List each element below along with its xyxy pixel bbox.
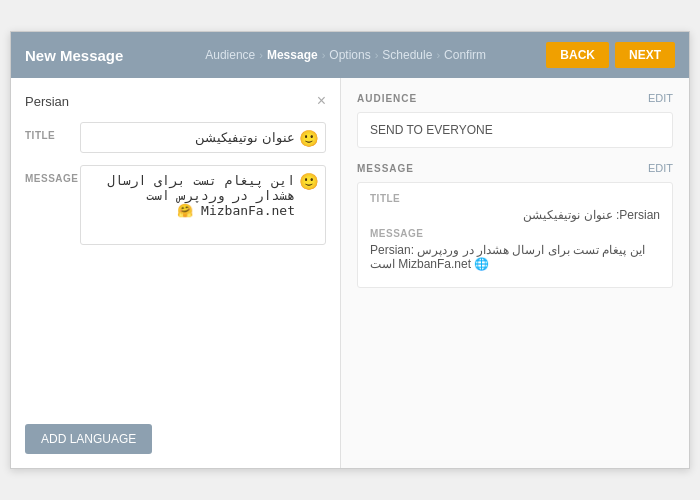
summary-message-label: MESSAGE xyxy=(370,228,660,239)
breadcrumb-confirm: Confirm xyxy=(444,48,486,62)
message-field-label: MESSAGE xyxy=(25,165,80,184)
title-field-label: TITLE xyxy=(25,122,80,141)
title-input-wrap: 🙂 xyxy=(80,122,326,153)
main-content: Persian × TITLE 🙂 MESSAGE این پیغام تست … xyxy=(11,78,689,468)
audience-edit-link[interactable]: EDIT xyxy=(648,92,673,104)
message-section-header: MESSAGE EDIT xyxy=(357,162,673,174)
sep3: › xyxy=(375,49,379,61)
summary-message-value: Persian: این پیغام تست برای ارسال هشدار … xyxy=(370,243,660,271)
title-input[interactable] xyxy=(80,122,326,153)
summary-title-label: TITLE xyxy=(370,193,660,204)
message-textarea[interactable]: این پیغام تست برای ارسال هشدار در وردپرس… xyxy=(80,165,326,245)
back-button[interactable]: BACK xyxy=(546,42,609,68)
breadcrumb-message: Message xyxy=(267,48,318,62)
message-emoji-icon[interactable]: 🙂 xyxy=(299,172,319,191)
breadcrumb: Audience › Message › Options › Schedule … xyxy=(145,48,546,62)
breadcrumb-schedule: Schedule xyxy=(382,48,432,62)
message-edit-link[interactable]: EDIT xyxy=(648,162,673,174)
message-input-wrap: این پیغام تست برای ارسال هشدار در وردپرس… xyxy=(80,165,326,249)
audience-section-box: SEND TO EVERYONE xyxy=(357,112,673,148)
header-buttons: BACK NEXT xyxy=(546,42,675,68)
right-panel: AUDIENCE EDIT SEND TO EVERYONE MESSAGE E… xyxy=(341,78,689,468)
title-field-row: TITLE 🙂 xyxy=(25,122,326,153)
close-button[interactable]: × xyxy=(317,92,326,110)
next-button[interactable]: NEXT xyxy=(615,42,675,68)
page-title: New Message xyxy=(25,47,145,64)
audience-section-header: AUDIENCE EDIT xyxy=(357,92,673,104)
breadcrumb-audience: Audience xyxy=(205,48,255,62)
sep4: › xyxy=(436,49,440,61)
summary-title-value: Persian: عنوان نوتیفیکیشن xyxy=(370,208,660,222)
header: New Message Audience › Message › Options… xyxy=(11,32,689,78)
language-label: Persian xyxy=(25,94,69,109)
left-panel: Persian × TITLE 🙂 MESSAGE این پیغام تست … xyxy=(11,78,341,468)
message-section-title: MESSAGE xyxy=(357,163,414,174)
audience-title: AUDIENCE xyxy=(357,93,417,104)
breadcrumb-options: Options xyxy=(329,48,370,62)
language-header: Persian × xyxy=(25,92,326,110)
audience-content: SEND TO EVERYONE xyxy=(370,123,660,137)
add-language-button[interactable]: ADD LANGUAGE xyxy=(25,424,152,454)
sep1: › xyxy=(259,49,263,61)
title-emoji-icon[interactable]: 🙂 xyxy=(299,129,319,148)
sep2: › xyxy=(322,49,326,61)
message-section-box: TITLE Persian: عنوان نوتیفیکیشن MESSAGE … xyxy=(357,182,673,288)
message-field-row: MESSAGE این پیغام تست برای ارسال هشدار د… xyxy=(25,165,326,249)
